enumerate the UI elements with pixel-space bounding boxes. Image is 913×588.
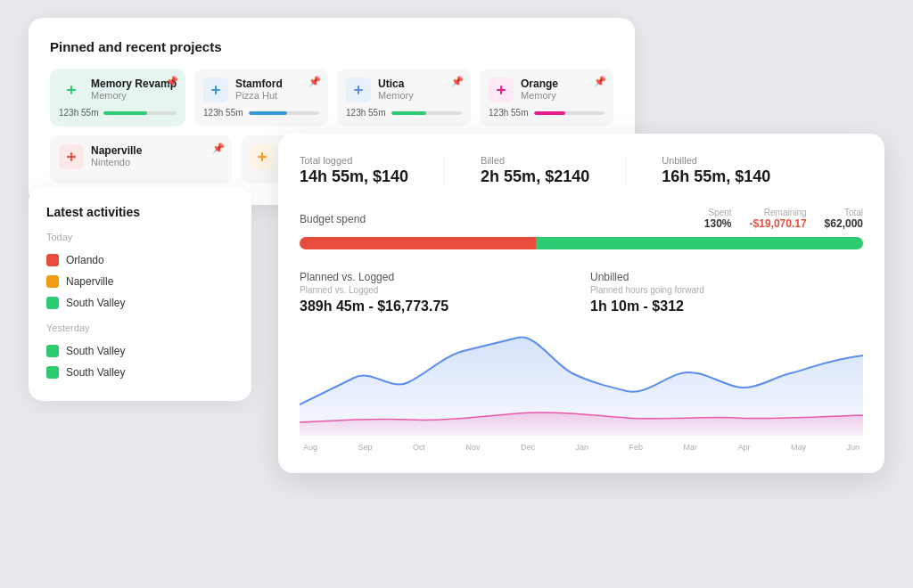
today-label: Today [46,232,234,242]
budget-meta: Spent 130% Remaining -$19,070.17 Total $… [704,208,863,230]
month-label-may: May [791,443,806,452]
unbilled-label: Unbilled [662,155,770,166]
project-client-3: Memory [521,90,605,101]
project-item-2[interactable]: Utica Memory 📌 123h 55m [337,69,471,127]
month-label-aug: Aug [303,443,317,452]
progress-bar-3 [534,111,605,115]
yesterday-activities: South Valley South Valley [46,340,234,383]
month-label-apr: Apr [737,443,750,452]
budget-remaining-value: -$19,070.17 [750,217,807,230]
project-client-r2-0: Nintendo [91,157,223,167]
project-time-0: 123h 55m [59,108,98,118]
month-label-feb: Feb [629,443,644,452]
billed-label: Billed [481,155,589,166]
pin-icon-0: 📌 [166,76,178,87]
yesterday-label: Yesterday [46,323,234,333]
project-item-3[interactable]: Orange Memory 📌 123h 55m [480,69,613,127]
budget-total-value: $62,000 [825,217,863,230]
project-icon-r2-0 [59,144,84,169]
progress-bar-0 [103,111,177,115]
month-label-jun: Jun [846,443,860,452]
progress-fill-0 [103,111,147,115]
project-item-0[interactable]: Memory Revamp Memory 📌 123h 55m [50,69,185,127]
project-icon-3 [489,78,514,102]
unbilled2-value: 1h 10m - $312 [590,298,863,314]
today-dot-1 [46,275,59,288]
today-label-2: South Valley [66,297,126,309]
project-icon-0 [59,78,84,102]
project-footer-3: 123h 55m [489,108,605,118]
line-chart-area: AugSepOctNovDecJanFebMarAprMayJun [300,329,863,452]
billed-group: Billed 2h 55m, $2140 [481,155,589,186]
progress-fill-2 [391,111,427,115]
sidebar-title: Latest activities [46,205,234,219]
project-icon-1 [203,78,228,102]
project-info-0: Memory Revamp Memory [91,78,177,101]
month-label-oct: Oct [413,443,425,452]
total-logged-value: 14h 55m, $140 [300,167,408,186]
yesterday-label-0: South Valley [66,345,126,357]
progress-fill-1 [249,111,288,115]
project-icon-2 [346,78,371,102]
total-logged-label: Total logged [300,155,408,166]
budget-spent-item: Spent 130% [704,208,732,230]
planned-label: Planned vs. Logged [300,271,572,283]
month-label-sep: Sep [358,443,373,452]
project-item-r2-0[interactable]: Naperville Nintendo 📌 [50,135,232,184]
today-dot-0 [46,254,59,266]
progress-bar-1 [249,111,320,115]
yesterday-item-1[interactable]: South Valley [46,362,234,383]
unbilled-value: 16h 55m, $140 [662,167,770,186]
pin-icon-2: 📌 [451,76,464,87]
planned-value: 389h 45m - $16,773.75 [300,298,572,314]
budget-bar-green [536,237,863,249]
project-client-1: Pizza Hut [235,90,319,101]
project-item-1[interactable]: Stamford Pizza Hut 📌 123h 55m [194,69,328,127]
budget-remaining-item: Remaining -$19,070.17 [750,208,807,230]
project-footer-0: 123h 55m [59,108,177,118]
today-item-0[interactable]: Orlando [46,249,234,271]
unbilled2-label: Unbilled [590,271,863,283]
billed-value: 2h 55m, $2140 [481,167,589,186]
yesterday-label-1: South Valley [66,366,126,379]
today-label-0: Orlando [66,254,104,266]
project-info-1: Stamford Pizza Hut [235,78,319,101]
project-time-2: 123h 55m [346,108,385,118]
month-labels: AugSepOctNovDecJanFebMarAprMayJun [300,443,863,452]
yesterday-item-0[interactable]: South Valley [46,340,234,362]
project-client-2: Memory [378,90,462,101]
month-label-dec: Dec [521,443,535,452]
budget-spent-value: 130% [704,217,732,230]
yesterday-dot-0 [46,345,59,357]
today-activities: Orlando Naperville South Valley [46,249,234,314]
budget-remaining-label: Remaining [764,208,807,217]
total-logged-group: Total logged 14h 55m, $140 [300,155,408,186]
month-label-jan: Jan [576,443,589,452]
budget-bar-red [300,237,536,249]
budget-label: Budget spend [300,213,366,225]
pin-icon-r2-0: 📌 [212,143,225,154]
month-label-mar: Mar [684,443,698,452]
today-item-1[interactable]: Naperville [46,271,234,292]
stats-row: Total logged 14h 55m, $140 Billed 2h 55m… [300,155,863,186]
project-time-1: 123h 55m [203,108,243,118]
project-info-3: Orange Memory [521,78,605,101]
budget-header: Budget spend Spent 130% Remaining -$19,0… [300,208,863,230]
projects-grid-row1: Memory Revamp Memory 📌 123h 55m [50,69,613,127]
budget-bar [300,237,863,249]
project-name-0: Memory Revamp [91,78,177,90]
planned-sub: Planned vs. Logged [300,285,572,295]
project-name-1: Stamford [235,78,319,90]
project-time-3: 123h 55m [489,108,528,118]
budget-total-item: Total $62,000 [825,208,863,230]
pin-icon-3: 📌 [594,76,606,87]
today-label-1: Naperville [66,275,113,288]
unbilled-group: Unbilled 16h 55m, $140 [662,155,770,186]
today-dot-2 [46,297,59,309]
yesterday-dot-1 [46,366,59,379]
stat-separator-2 [625,155,626,186]
today-item-2[interactable]: South Valley [46,292,234,314]
budget-total-label: Total [844,208,863,217]
planned-vs-logged-section: Planned vs. Logged Planned vs. Logged 38… [300,271,572,314]
line-chart-svg [300,329,863,436]
